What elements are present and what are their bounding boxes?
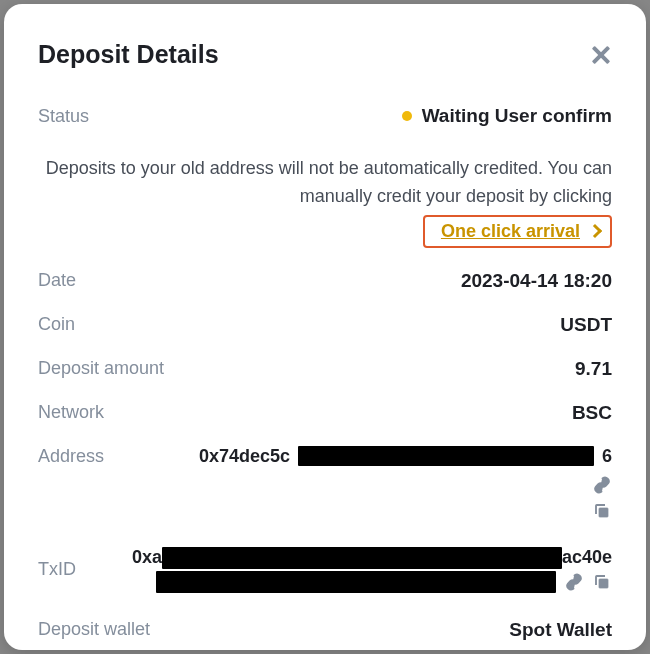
- modal-title: Deposit Details: [38, 40, 219, 69]
- address-row: Address 0x74dec5c6: [38, 446, 612, 521]
- txid-prefix: 0xa: [132, 547, 162, 568]
- address-label: Address: [38, 446, 104, 467]
- wallet-value: Spot Wallet: [509, 619, 612, 641]
- address-suffix: 6: [602, 446, 612, 467]
- txid-copy-icon[interactable]: [592, 572, 612, 592]
- txid-redacted-2: [156, 571, 556, 593]
- svg-rect-0: [599, 508, 608, 517]
- amount-label: Deposit amount: [38, 358, 164, 379]
- coin-label: Coin: [38, 314, 75, 335]
- status-value: Waiting User confirm: [402, 105, 612, 127]
- date-label: Date: [38, 270, 76, 291]
- notice-text: Deposits to your old address will not be…: [38, 155, 612, 211]
- amount-value: 9.71: [575, 358, 612, 380]
- date-row: Date 2023-04-14 18:20: [38, 270, 612, 292]
- network-row: Network BSC: [38, 402, 612, 424]
- coin-row: Coin USDT: [38, 314, 612, 336]
- coin-value: USDT: [560, 314, 612, 336]
- address-prefix: 0x74dec5c: [199, 446, 290, 467]
- one-click-arrival-link[interactable]: One click arrival: [441, 221, 580, 242]
- wallet-label: Deposit wallet: [38, 619, 150, 640]
- txid-redacted-1: [162, 547, 562, 569]
- one-click-highlight: One click arrival: [423, 215, 612, 248]
- network-value: BSC: [572, 402, 612, 424]
- svg-rect-1: [599, 579, 608, 588]
- chevron-right-icon: [588, 224, 602, 238]
- deposit-details-modal: Deposit Details Status Waiting User conf…: [4, 4, 646, 650]
- txid-suffix: ac40e: [562, 547, 612, 568]
- status-dot-icon: [402, 111, 412, 121]
- address-redacted: [298, 446, 594, 466]
- network-label: Network: [38, 402, 104, 423]
- status-label: Status: [38, 106, 89, 127]
- address-copy-icon[interactable]: [592, 501, 612, 521]
- txid-link-icon[interactable]: [564, 572, 584, 592]
- date-value: 2023-04-14 18:20: [461, 270, 612, 292]
- wallet-row: Deposit wallet Spot Wallet: [38, 619, 612, 641]
- address-link-icon[interactable]: [592, 475, 612, 495]
- status-text: Waiting User confirm: [422, 105, 612, 127]
- txid-row: TxID 0xaac40e: [38, 547, 612, 593]
- modal-header: Deposit Details: [38, 40, 612, 69]
- amount-row: Deposit amount 9.71: [38, 358, 612, 380]
- close-icon[interactable]: [590, 44, 612, 66]
- txid-label: TxID: [38, 559, 76, 580]
- status-row: Status Waiting User confirm: [38, 105, 612, 127]
